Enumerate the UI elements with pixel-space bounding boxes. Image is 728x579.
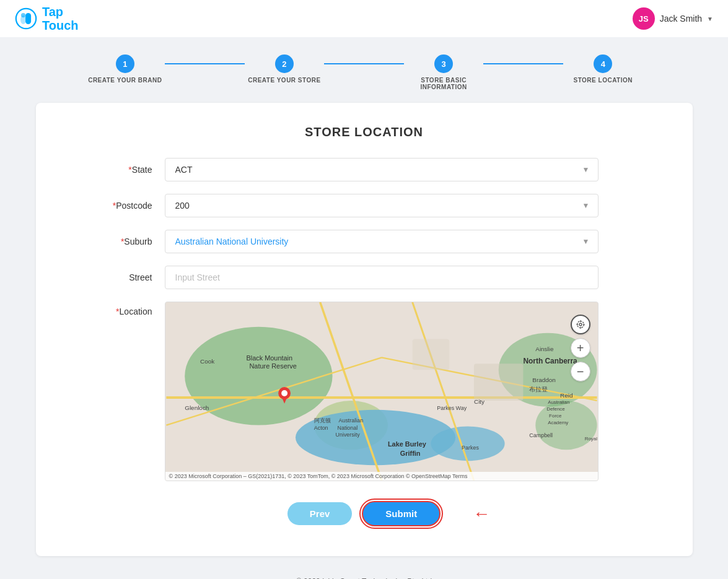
step-connector-3-4 <box>483 63 563 64</box>
street-control <box>165 266 599 289</box>
street-label: Street <box>66 272 165 282</box>
svg-text:Acton: Acton <box>314 425 328 431</box>
locate-me-button[interactable] <box>571 315 590 334</box>
street-row: Street <box>66 266 663 289</box>
step-4-circle: 4 <box>594 54 612 73</box>
svg-text:Parkes Way: Parkes Way <box>437 405 467 411</box>
state-row: *State ACT NSW VIC QLD WA SA TAS NT ▼ <box>66 158 663 181</box>
step-2-circle: 2 <box>275 54 294 73</box>
form-card: STORE LOCATION *State ACT NSW VIC QLD WA… <box>36 103 693 556</box>
state-select[interactable]: ACT NSW VIC QLD WA SA TAS NT <box>165 158 599 181</box>
svg-text:Nature Reserve: Nature Reserve <box>249 362 296 370</box>
step-connector-2-3 <box>324 63 404 64</box>
svg-text:布拉登: 布拉登 <box>529 386 548 393</box>
postcode-label: *Postcode <box>66 201 165 211</box>
svg-rect-17 <box>412 339 449 370</box>
suburb-control: Australian National University Canberra … <box>165 230 599 253</box>
submit-button[interactable]: Submit <box>362 501 441 526</box>
stepper-container: 1 CREATE YOUR BRAND 2 CREATE YOUR STORE … <box>0 37 728 103</box>
stepper: 1 CREATE YOUR BRAND 2 CREATE YOUR STORE … <box>86 54 643 90</box>
footer: © 2023 Ivida Smart Technologies Pty. Ltd <box>0 568 728 579</box>
step-1: 1 CREATE YOUR BRAND <box>86 54 165 84</box>
postcode-select-wrapper: 200 2600 2601 ▼ <box>165 194 599 217</box>
svg-point-2 <box>21 13 25 17</box>
svg-text:Australian: Australian <box>548 399 569 405</box>
main-content: STORE LOCATION *State ACT NSW VIC QLD WA… <box>0 103 728 568</box>
state-select-wrapper: ACT NSW VIC QLD WA SA TAS NT ▼ <box>165 158 599 181</box>
suburb-label: *Suburb <box>66 237 165 246</box>
svg-text:Braddon: Braddon <box>532 377 556 383</box>
svg-text:Royal: Royal <box>584 436 597 442</box>
chevron-down-icon: ▼ <box>707 15 713 22</box>
step-2: 2 CREATE YOUR STORE <box>245 54 325 84</box>
svg-text:Force: Force <box>549 413 562 419</box>
app-logo: Tap Touch <box>15 5 79 32</box>
svg-point-10 <box>431 427 504 461</box>
state-control: ACT NSW VIC QLD WA SA TAS NT ▼ <box>165 158 599 181</box>
svg-text:Cook: Cook <box>200 358 214 365</box>
suburb-select-wrapper: Australian National University Canberra … <box>165 230 599 253</box>
svg-point-46 <box>579 323 582 326</box>
postcode-row: *Postcode 200 2600 2601 ▼ <box>66 194 663 217</box>
submit-wrapper: Submit ← <box>362 501 441 526</box>
zoom-out-button[interactable]: − <box>571 362 590 381</box>
svg-point-45 <box>281 390 287 396</box>
postcode-select[interactable]: 200 2600 2601 <box>165 194 599 217</box>
step-3-label: STORE BASIC INFORMATION <box>404 77 484 90</box>
svg-text:Ainslie: Ainslie <box>535 346 554 352</box>
location-map-container: Black Mountain Nature Reserve Glenloch C… <box>165 302 599 481</box>
step-1-label: CREATE YOUR BRAND <box>88 77 162 84</box>
logo-icon <box>15 7 37 30</box>
zoom-in-button[interactable]: + <box>571 338 590 358</box>
avatar: JS <box>633 7 655 30</box>
svg-text:National: National <box>337 425 357 431</box>
svg-text:Parkes: Parkes <box>462 445 479 451</box>
svg-text:Reid: Reid <box>559 392 572 399</box>
step-3-circle: 3 <box>434 54 453 73</box>
svg-text:Campbell: Campbell <box>529 432 553 438</box>
svg-text:Lake Burley: Lake Burley <box>387 440 426 448</box>
svg-text:Academy: Academy <box>548 420 568 425</box>
map[interactable]: Black Mountain Nature Reserve Glenloch C… <box>165 302 599 481</box>
svg-rect-16 <box>473 364 522 401</box>
svg-text:University: University <box>335 432 360 438</box>
logo-text: Tap Touch <box>42 5 79 32</box>
svg-text:Black Mountain: Black Mountain <box>246 354 292 362</box>
step-4-label: STORE LOCATION <box>573 77 633 84</box>
svg-rect-3 <box>25 13 31 24</box>
state-label: *State <box>66 165 165 175</box>
step-1-circle: 1 <box>116 54 134 73</box>
card-title: STORE LOCATION <box>66 125 663 139</box>
location-row: *Location <box>66 302 663 481</box>
svg-point-47 <box>577 321 584 328</box>
svg-text:North Canberra: North Canberra <box>523 357 577 365</box>
svg-text:Defence: Defence <box>546 406 565 412</box>
app-header: Tap Touch JS Jack Smith ▼ <box>0 0 728 37</box>
user-menu[interactable]: JS Jack Smith ▼ <box>633 7 713 30</box>
svg-text:Australian: Australian <box>338 417 363 424</box>
svg-text:Glenloch: Glenloch <box>185 404 209 411</box>
step-2-label: CREATE YOUR STORE <box>248 77 320 84</box>
button-row: Prev Submit ← <box>66 501 663 526</box>
svg-text:阿克顿: 阿克顿 <box>314 417 330 424</box>
step-connector-1-2 <box>165 63 245 64</box>
suburb-select[interactable]: Australian National University Canberra … <box>165 230 599 253</box>
map-controls: + − <box>571 315 590 381</box>
submit-arrow-indicator: ← <box>473 504 490 524</box>
street-input[interactable] <box>165 266 599 289</box>
map-svg: Black Mountain Nature Reserve Glenloch C… <box>165 302 598 481</box>
step-4: 4 STORE LOCATION <box>563 54 643 84</box>
user-name-label: Jack Smith <box>660 14 702 24</box>
map-attribution: © 2023 Microsoft Corporation – GS(2021)1… <box>165 472 598 481</box>
svg-text:City: City <box>473 398 484 405</box>
postcode-control: 200 2600 2601 ▼ <box>165 194 599 217</box>
svg-text:Griffin: Griffin <box>400 450 420 457</box>
step-3: 3 STORE BASIC INFORMATION <box>404 54 484 90</box>
prev-button[interactable]: Prev <box>287 502 353 525</box>
location-label: *Location <box>66 307 165 316</box>
suburb-row: *Suburb Australian National University C… <box>66 230 663 253</box>
